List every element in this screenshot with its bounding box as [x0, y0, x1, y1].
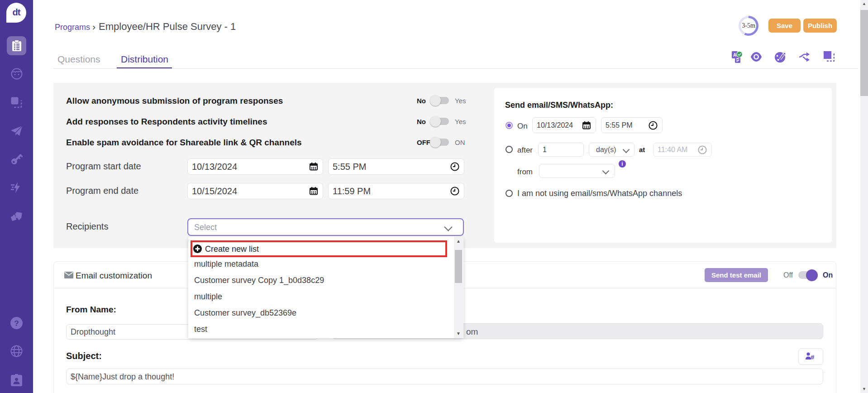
svg-text:?: ?: [14, 319, 19, 327]
svg-text:#: #: [811, 353, 815, 361]
